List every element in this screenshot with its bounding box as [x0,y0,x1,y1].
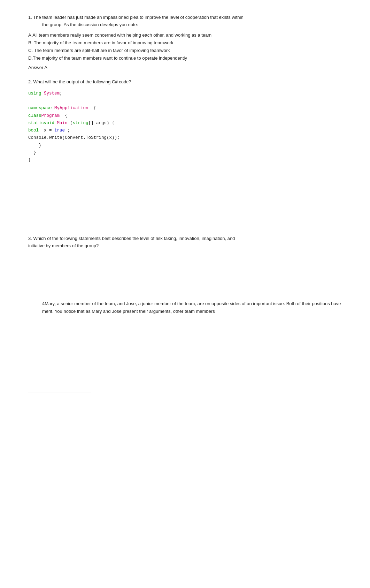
code-line-close2: } [28,149,342,157]
divider [28,392,91,392]
question-3: 3. Which of the following statements bes… [28,235,342,250]
code-block: using System; namespace MyApplication { … [28,90,342,164]
q3-text-cont: initiative by members of the group? [28,243,99,248]
code-line-close3: } [28,157,342,164]
q1-option-c: C. The team members are split-half are i… [28,47,342,54]
code-line-blank [28,97,342,105]
q1-option-a: A.All team members really seem concerned… [28,31,342,39]
q1-option-d-label: D. [28,55,33,61]
code-line-console: Console.Write(Convert.ToString(x)); [28,134,342,142]
spacer-3 [28,324,342,386]
q2-text-main: What will be the output of the following… [33,79,131,84]
q2-text: 2. What will be the output of the follow… [28,78,342,86]
q1-option-b: B. The majority of the team members are … [28,39,342,47]
spacer-1 [28,172,342,235]
q1-option-a-label: A. [28,32,32,38]
q1-option-c-label: C. [28,48,34,53]
q4-text-main: Mary, a senior member of the team, and J… [42,301,341,314]
q1-option-b-text: The majority of the team members are in … [34,40,174,45]
q1-options: A.All team members really seem concerned… [28,31,342,62]
code-line-using: using System; [28,90,342,97]
question-4: 4Mary, a senior member of the team, and … [28,300,342,315]
code-line-namespace: namespace MyApplication { [28,105,342,112]
q4-text: 4Mary, a senior member of the team, and … [42,300,342,315]
code-line-static: staticvoid Main (string[] args) { [28,120,342,127]
question-2: 2. What will be the output of the follow… [28,78,342,164]
q1-text-cont: the group. As the discussion develops yo… [28,22,138,27]
q1-option-d: D.The majority of the team members want … [28,54,342,62]
code-line-close1: } [28,142,342,149]
code-line-bool: bool x = true ; [28,127,342,134]
code-line-class: classProgram { [28,112,342,120]
q1-number: 1. [28,15,32,20]
q1-option-a-text: All team members really seem concerned w… [32,32,211,38]
q3-text-main: Which of the following statements best d… [33,236,235,241]
q1-answer: Answer A [28,65,342,70]
q1-option-d-text: The majority of the team members want to… [33,55,187,61]
q3-text: 3. Which of the following statements bes… [28,235,342,250]
content-area: 1. The team leader has just made an impa… [28,14,342,440]
q2-number: 2. [28,79,32,84]
question-1: 1. The team leader has just made an impa… [28,14,342,70]
q4-text-block: 4Mary, a senior member of the team, and … [28,300,342,315]
spacer-4 [28,398,342,440]
q1-text: 1. The team leader has just made an impa… [28,14,342,29]
q3-number: 3. [28,236,32,241]
q1-text-main: The team leader has just made an impassi… [33,15,243,20]
spacer-2 [28,258,342,300]
q1-option-b-label: B. [28,40,34,45]
q1-option-c-text: The team members are split-half are in f… [34,48,170,53]
